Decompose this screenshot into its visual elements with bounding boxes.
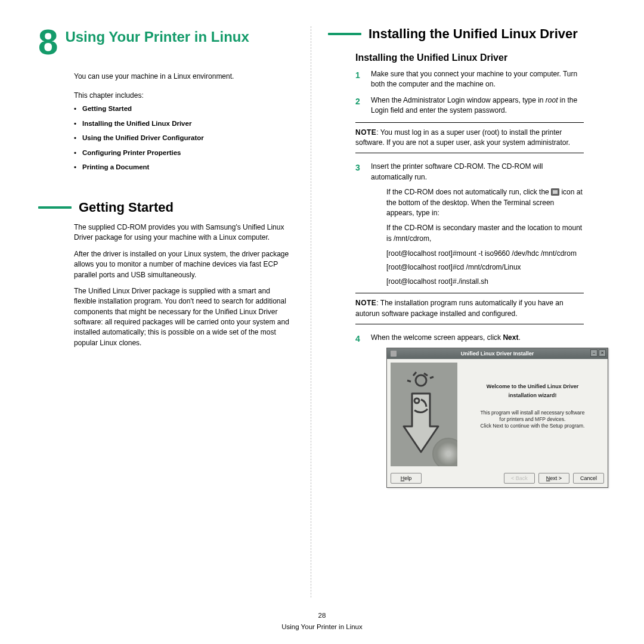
welcome-line: installation wizard! (466, 392, 599, 400)
step-number: 1 (355, 69, 360, 81)
step-number: 2 (355, 95, 360, 107)
chapter-intro: You can use your machine in a Linux envi… (74, 72, 292, 82)
section-bar-icon (328, 33, 361, 35)
section-header-getting-started: Getting Started (38, 200, 292, 215)
note-label: NOTE (355, 128, 376, 137)
shell-command: [root@localhost root]#cd /mnt/cdrom/Linu… (386, 262, 584, 273)
installer-body-line: This program will install all necessary … (466, 410, 599, 416)
step-text: When the Administrator Login window appe… (371, 96, 577, 114)
subsection-heading: Installing the Unified Linux Driver (355, 52, 584, 63)
step-number: 3 (355, 162, 360, 174)
installer-window: Unified Linux Driver Installer – × (386, 348, 608, 488)
includes-label: This chapter includes: (74, 91, 292, 100)
chapter-toc: Getting Started Installing the Unified L… (74, 104, 292, 172)
chapter-number: 8 (38, 26, 57, 58)
toc-item: Printing a Document (74, 163, 292, 172)
toc-item: Configuring Printer Properties (74, 148, 292, 158)
step-number: 4 (355, 333, 360, 345)
step-text: Make sure that you connect your machine … (371, 70, 577, 88)
chapter-title: Using Your Printer in Linux (65, 26, 249, 46)
installer-body-line: Click Next to continue with the Setup pr… (466, 423, 599, 429)
step-1: 1 Make sure that you connect your machin… (355, 69, 584, 90)
note-box: NOTE: The installation program runs auto… (355, 293, 584, 324)
step-3: 3 Insert the printer software CD-ROM. Th… (355, 162, 584, 287)
note-text: : The installation program runs automati… (355, 299, 564, 317)
paragraph: After the driver is installed on your Li… (74, 249, 292, 280)
section-header-install: Installing the Unified Linux Driver (328, 26, 584, 42)
toc-item: Installing the Unified Linux Driver (74, 119, 292, 129)
cancel-button[interactable]: Cancel (573, 473, 604, 484)
page-number: 28 (0, 611, 644, 621)
close-icon[interactable]: × (599, 349, 606, 357)
sub-paragraph: If the CD-ROM does not automatically run… (386, 187, 584, 218)
next-button[interactable]: Next > (538, 473, 569, 484)
window-title: Unified Linux Driver Installer (387, 350, 608, 358)
welcome-line: Welcome to the Unified Linux Driver (466, 383, 599, 391)
note-text: : You must log in as a super user (root)… (355, 128, 570, 147)
note-label: NOTE (355, 299, 376, 307)
shell-command: [root@localhost root]#./install.sh (386, 277, 584, 287)
note-box: NOTE: You must log in as a super user (r… (355, 122, 584, 154)
help-button[interactable]: Help (391, 473, 422, 484)
install-steps: 4 When the welcome screen appears, click… (355, 333, 584, 488)
minimize-icon[interactable]: – (590, 349, 597, 357)
back-button: < Back (504, 473, 535, 484)
installer-body-line: for printers and MFP devices. (466, 416, 599, 423)
toc-item: Getting Started (74, 104, 292, 114)
paragraph: The supplied CD-ROM provides you with Sa… (74, 222, 292, 243)
disc-icon (432, 438, 457, 466)
step-2: 2 When the Administrator Login window ap… (355, 95, 584, 116)
running-title: Using Your Printer in Linux (0, 622, 644, 632)
terminal-icon (551, 188, 559, 196)
page-footer: 28 Using Your Printer in Linux (0, 611, 644, 633)
svg-point-0 (416, 375, 426, 386)
chapter-header: 8 Using Your Printer in Linux (38, 26, 292, 58)
shell-command: [root@localhost root]#mount -t iso9660 /… (386, 249, 584, 259)
sub-paragraph: If the CD-ROM is secondary master and th… (386, 223, 584, 244)
toc-item: Using the Unified Driver Configurator (74, 134, 292, 143)
section-title: Installing the Unified Linux Driver (369, 26, 578, 42)
column-divider (311, 26, 311, 597)
installer-graphic (391, 363, 457, 466)
section-title: Getting Started (79, 200, 174, 215)
step-4: 4 When the welcome screen appears, click… (355, 333, 584, 488)
step-text: When the welcome screen appears, click N… (371, 333, 521, 342)
install-steps: 3 Insert the printer software CD-ROM. Th… (355, 162, 584, 287)
paragraph: The Unified Linux Driver package is supp… (74, 286, 292, 348)
installer-titlebar: Unified Linux Driver Installer – × (387, 348, 608, 359)
section-bar-icon (38, 206, 72, 209)
installer-text-panel: Welcome to the Unified Linux Driver inst… (461, 363, 604, 466)
install-steps: 1 Make sure that you connect your machin… (355, 69, 584, 116)
step-text: Insert the printer software CD-ROM. The … (371, 162, 543, 181)
